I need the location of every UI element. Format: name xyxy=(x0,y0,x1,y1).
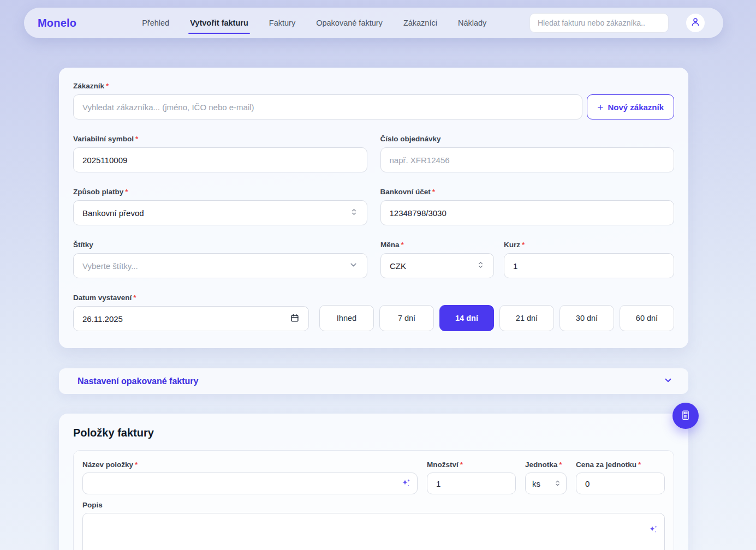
user-avatar-button[interactable] xyxy=(686,14,705,32)
new-customer-label: Nový zákazník xyxy=(608,103,664,112)
description-textarea[interactable] xyxy=(82,513,665,550)
required-marker: * xyxy=(460,461,463,469)
plus-icon: + xyxy=(597,102,603,112)
nav-item-vytvorit-fakturu[interactable]: Vytvořit fakturu xyxy=(190,8,248,38)
chevron-down-icon xyxy=(663,375,673,387)
order-number-label: Číslo objednávky xyxy=(380,135,675,143)
ai-sparkle-icon[interactable] xyxy=(400,477,412,489)
nav-item-prehled[interactable]: Přehled xyxy=(142,8,169,38)
variable-symbol-input[interactable] xyxy=(73,147,367,172)
unit-label: Jednotka* xyxy=(525,461,567,469)
invoice-item-row: Název položky* Množství* xyxy=(73,450,674,550)
due-term-7dni-button[interactable]: 7 dní xyxy=(379,305,434,331)
quantity-input[interactable] xyxy=(427,473,516,494)
required-marker: * xyxy=(522,241,525,249)
currency-label: Měna* xyxy=(380,241,494,249)
search-input[interactable] xyxy=(529,13,669,33)
payment-method-value: Bankovní převod xyxy=(82,208,144,218)
unit-price-input[interactable] xyxy=(576,473,665,494)
required-marker: * xyxy=(559,461,562,469)
unit-value: ks xyxy=(532,479,540,488)
quantity-label: Množství* xyxy=(427,461,516,469)
nav-item-opakovane-faktury[interactable]: Opakované faktury xyxy=(316,8,383,38)
recurring-settings-title: Nastavení opakované faktury xyxy=(78,376,198,386)
nav-item-naklady[interactable]: Náklady xyxy=(458,8,486,38)
customer-search-input[interactable] xyxy=(73,94,582,119)
required-marker: * xyxy=(133,294,136,302)
item-name-label: Název položky* xyxy=(82,461,418,469)
required-marker: * xyxy=(135,135,138,143)
unit-price-label: Cena za jednotku* xyxy=(576,461,665,469)
calendar-icon[interactable] xyxy=(290,313,300,325)
due-term-ihned-button[interactable]: Ihned xyxy=(319,305,374,331)
invoice-items-card: Položky faktury Název položky* xyxy=(59,414,688,550)
required-marker: * xyxy=(432,188,435,196)
top-navbar: Monelo Přehled Vytvořit fakturu Faktury … xyxy=(24,8,723,38)
app-logo[interactable]: Monelo xyxy=(38,17,76,29)
customer-label: Zákazník* xyxy=(73,82,582,90)
rate-label: Kurz* xyxy=(504,241,674,249)
due-term-21dni-button[interactable]: 21 dní xyxy=(499,305,554,331)
currency-value: CZK xyxy=(390,261,406,271)
description-label: Popis xyxy=(82,501,665,509)
issue-date-label: Datum vystavení* xyxy=(73,294,309,302)
variable-symbol-label: Variabilní symbol* xyxy=(73,135,367,143)
new-customer-button[interactable]: + Nový zákazník xyxy=(587,94,674,119)
issue-date-input[interactable]: 26.11.2025 xyxy=(73,306,309,331)
nav-item-faktury[interactable]: Faktury xyxy=(269,8,295,38)
chevron-down-icon xyxy=(349,260,358,271)
currency-select[interactable]: CZK xyxy=(380,253,494,278)
ai-sparkle-icon[interactable] xyxy=(647,524,659,536)
chevron-up-down-icon xyxy=(477,261,485,271)
items-section-title: Položky faktury xyxy=(73,427,674,439)
order-number-input[interactable] xyxy=(380,147,675,172)
required-marker: * xyxy=(125,188,128,196)
required-marker: * xyxy=(401,241,404,249)
unit-select[interactable]: ks xyxy=(525,473,567,494)
payment-method-label: Způsob platby* xyxy=(73,188,367,196)
tags-placeholder: Vyberte štítky... xyxy=(82,261,138,271)
bank-account-label: Bankovní účet* xyxy=(380,188,675,196)
item-name-input[interactable] xyxy=(82,473,418,494)
due-term-60dni-button[interactable]: 60 dní xyxy=(620,305,674,331)
chevron-up-down-icon xyxy=(554,479,561,488)
nav-item-zakaznici[interactable]: Zákazníci xyxy=(403,8,437,38)
issue-date-value: 26.11.2025 xyxy=(82,314,123,324)
required-marker: * xyxy=(135,461,138,469)
main-nav: Přehled Vytvořit fakturu Faktury Opakova… xyxy=(142,8,529,38)
recurring-settings-toggle[interactable]: Nastavení opakované faktury xyxy=(59,368,688,394)
required-marker: * xyxy=(638,461,641,469)
required-marker: * xyxy=(106,82,109,90)
due-term-30dni-button[interactable]: 30 dní xyxy=(559,305,614,331)
calculator-icon xyxy=(680,409,692,423)
payment-method-select[interactable]: Bankovní převod xyxy=(73,200,367,225)
user-icon xyxy=(690,16,701,29)
tags-dropdown[interactable]: Vyberte štítky... xyxy=(73,253,367,278)
tags-label: Štítky xyxy=(73,241,367,249)
bank-account-input[interactable] xyxy=(380,200,675,225)
calculator-fab-button[interactable] xyxy=(672,403,699,429)
invoice-header-card: Zákazník* + Nový zákazník Variabilní sym… xyxy=(59,68,688,348)
rate-input[interactable] xyxy=(504,253,674,278)
due-term-14dni-button[interactable]: 14 dní xyxy=(439,305,494,331)
chevron-up-down-icon xyxy=(350,208,358,218)
